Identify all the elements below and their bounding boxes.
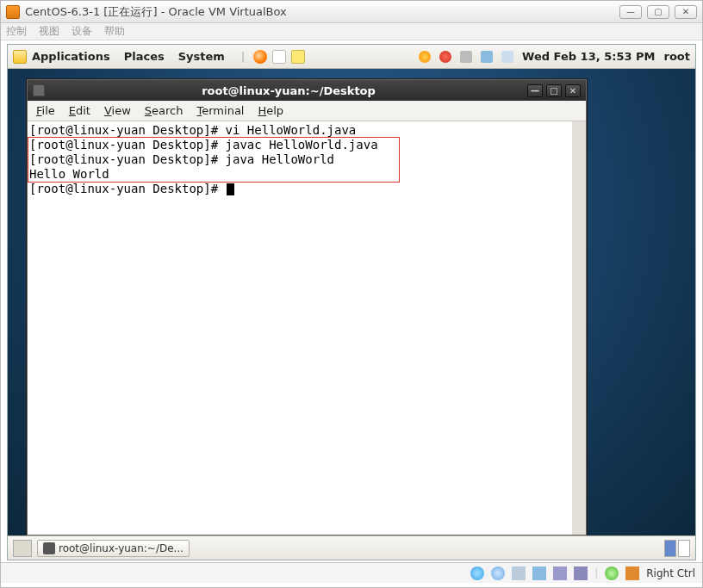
sb-mouse-integration-icon[interactable]	[605, 566, 619, 580]
vbox-close-button[interactable]: ✕	[675, 5, 697, 19]
sb-hdd-icon[interactable]	[470, 566, 484, 580]
terminal-title-icon	[33, 84, 45, 96]
virtualbox-window: CentOS-6.3-1 [正在运行] - Oracle VM VirtualB…	[0, 0, 703, 588]
workspace-2[interactable]	[678, 540, 690, 557]
clock[interactable]: Wed Feb 13, 5:53 PM	[522, 50, 655, 63]
firefox-icon[interactable]	[253, 50, 267, 64]
panel-separator: |	[241, 50, 246, 63]
battery-icon[interactable]	[501, 51, 513, 63]
gnome-top-panel: Applications Places System | Wed Feb 13,…	[8, 45, 695, 69]
vbox-menu-help[interactable]: 帮助	[104, 24, 125, 39]
workspace-switcher	[664, 540, 690, 557]
vbox-titlebar: CentOS-6.3-1 [正在运行] - Oracle VM VirtualB…	[1, 1, 702, 23]
terminal-window-controls: — □ ✕	[527, 84, 581, 97]
menu-system[interactable]: System	[178, 50, 225, 63]
terminal-line: [root@linux-yuan Desktop]# vi HelloWorld…	[29, 123, 356, 137]
vbox-menu-device[interactable]: 设备	[72, 24, 92, 39]
terminal-maximize-button[interactable]: □	[546, 84, 562, 97]
vbox-menubar: 控制 视图 设备 帮助	[1, 23, 702, 40]
guest-display: Applications Places System | Wed Feb 13,…	[7, 44, 696, 560]
volume-icon[interactable]	[460, 51, 472, 63]
menu-applications[interactable]: Applications	[32, 50, 110, 63]
terminal-close-button[interactable]: ✕	[565, 84, 581, 97]
notes-icon[interactable]	[291, 50, 305, 64]
terminal-title: root@linux-yuan:~/Desktop	[50, 84, 527, 97]
sb-host-key-label: Right Ctrl	[646, 567, 695, 579]
vbox-app-icon	[6, 5, 20, 19]
sb-shared-folders-icon[interactable]	[553, 566, 567, 580]
user-menu[interactable]: root	[664, 50, 691, 63]
vbox-menu-view[interactable]: 视图	[39, 24, 59, 39]
vbox-menu-control[interactable]: 控制	[6, 24, 27, 39]
workspace-1[interactable]	[664, 540, 676, 557]
terminal-body[interactable]: [root@linux-yuan Desktop]# vi HelloWorld…	[28, 121, 586, 535]
terminal-menu-help[interactable]: Help	[258, 104, 283, 117]
sb-network-icon[interactable]	[532, 566, 546, 580]
terminal-task-icon	[43, 542, 55, 554]
terminal-cursor	[227, 183, 234, 195]
terminal-line: [root@linux-yuan Desktop]# java HelloWor…	[29, 152, 334, 166]
sb-separator: |	[594, 567, 598, 579]
updates-icon[interactable]	[419, 51, 431, 63]
terminal-menu-view[interactable]: View	[104, 104, 131, 117]
sb-display-icon[interactable]	[574, 566, 588, 580]
menu-places[interactable]: Places	[124, 50, 165, 63]
terminal-minimize-button[interactable]: —	[527, 84, 543, 97]
panel-tray: Wed Feb 13, 5:53 PM root	[419, 50, 690, 63]
sb-usb-icon[interactable]	[512, 566, 526, 580]
vbox-statusbar: | Right Ctrl	[1, 562, 702, 583]
terminal-window: root@linux-yuan:~/Desktop — □ ✕ File Edi…	[27, 79, 587, 535]
distro-icon[interactable]	[13, 50, 27, 64]
terminal-line: Hello World	[29, 167, 109, 181]
network-icon[interactable]	[481, 51, 493, 63]
terminal-menu-edit[interactable]: Edit	[69, 104, 90, 117]
mail-icon[interactable]	[272, 50, 286, 64]
show-desktop-button[interactable]	[13, 540, 32, 557]
vbox-minimize-button[interactable]: —	[619, 5, 642, 19]
vbox-maximize-button[interactable]: ▢	[647, 5, 669, 19]
terminal-menu-search[interactable]: Search	[145, 104, 184, 117]
taskbar-item-terminal[interactable]: root@linux-yuan:~/De...	[37, 540, 190, 557]
terminal-menu-file[interactable]: File	[36, 104, 55, 117]
terminal-menu-terminal[interactable]: Terminal	[197, 104, 245, 117]
terminal-line: [root@linux-yuan Desktop]# javac HelloWo…	[29, 138, 378, 152]
alert-icon[interactable]	[439, 51, 451, 63]
vbox-window-title: CentOS-6.3-1 [正在运行] - Oracle VM VirtualB…	[25, 4, 619, 20]
terminal-titlebar[interactable]: root@linux-yuan:~/Desktop — □ ✕	[28, 80, 586, 101]
sb-host-key-icon[interactable]	[625, 566, 639, 580]
taskbar-item-label: root@linux-yuan:~/De...	[59, 542, 184, 554]
vbox-window-controls: — ▢ ✕	[619, 5, 697, 19]
terminal-menubar: File Edit View Search Terminal Help	[28, 101, 586, 121]
sb-odd-icon[interactable]	[491, 566, 505, 580]
gnome-bottom-panel: root@linux-yuan:~/De...	[8, 535, 695, 560]
terminal-line: [root@linux-yuan Desktop]#	[29, 182, 226, 195]
